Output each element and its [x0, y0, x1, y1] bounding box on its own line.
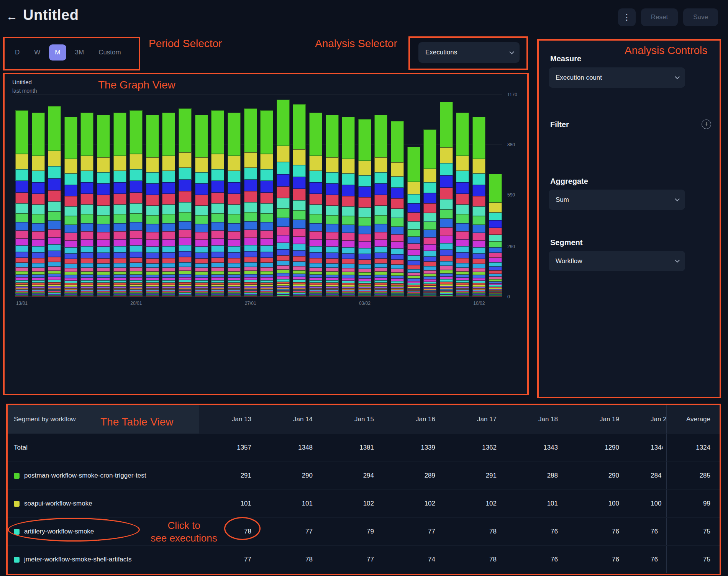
bar-segment-other-13[interactable] — [489, 270, 502, 274]
bar-segment-other-14[interactable] — [97, 263, 110, 268]
bar-segment-other-12[interactable] — [244, 251, 257, 257]
bar-segment-other-15[interactable] — [456, 268, 469, 272]
bar-segment-other-30[interactable] — [293, 296, 306, 297]
value-cell[interactable]: 290 — [567, 462, 628, 489]
bar-segment-other-16[interactable] — [472, 272, 485, 275]
bar-segment-other-16[interactable] — [423, 274, 436, 277]
value-cell[interactable]: 100 — [567, 490, 628, 517]
bar-segment-soapui-workflow-smoke[interactable] — [391, 162, 404, 177]
bar-segment-other-14[interactable] — [326, 263, 339, 268]
bar-segment-other-9[interactable] — [97, 232, 110, 240]
bar-segment-other-6[interactable] — [228, 205, 241, 214]
value-cell[interactable]: 291 — [444, 462, 506, 489]
bar-segment-other-9[interactable] — [277, 227, 290, 235]
value-cell[interactable]: 1343 — [506, 434, 567, 461]
table-row-artillery-workflow-smoke[interactable]: artillery-workflow-smoke7877797778767676… — [8, 517, 720, 545]
bar-segment-other-16[interactable] — [342, 272, 355, 275]
bar-segment-other-17[interactable] — [179, 274, 192, 277]
bar-segment-other-8[interactable] — [146, 224, 159, 232]
bar-segment-other-12[interactable] — [407, 260, 420, 265]
bar-segment-other-11[interactable] — [472, 247, 485, 254]
bar-segment-other-13[interactable] — [64, 259, 77, 264]
bar-segment-other-16[interactable] — [162, 272, 175, 275]
bar-segment-other-13[interactable] — [407, 265, 420, 269]
bar-segment-other-9[interactable] — [423, 237, 436, 244]
bar-segment-other-11[interactable] — [342, 247, 355, 254]
bar-segment-other-10[interactable] — [277, 235, 290, 243]
bar-segment-other-5[interactable] — [342, 196, 355, 206]
bar-segment-other-10[interactable] — [228, 239, 241, 246]
bar-segment-other-16[interactable] — [15, 271, 28, 275]
bar-segment-other-11[interactable] — [162, 246, 175, 252]
bar-segment-jmeter-workflow-smoke-shell-artifacts[interactable] — [309, 182, 322, 194]
bar-segment-other-12[interactable] — [391, 254, 404, 260]
bar-segment-jmeter-workflow-smoke-shell-artifacts[interactable] — [130, 181, 143, 192]
bar-segment-other-10[interactable] — [391, 242, 404, 248]
bar-segment-other-14[interactable] — [179, 262, 192, 267]
bar-segment-other-11[interactable] — [32, 246, 45, 252]
bar-segment-other-13[interactable] — [472, 259, 485, 264]
bar-segment-other-14[interactable] — [162, 263, 175, 268]
bar-segment-other-30[interactable] — [146, 296, 159, 297]
value-cell[interactable]: 78 — [444, 546, 506, 573]
bar-segment-artillery-workflow-smoke[interactable] — [472, 173, 485, 185]
bar-segment-other-17[interactable] — [211, 275, 224, 278]
bar-segment-other-12[interactable] — [179, 251, 192, 257]
bar-segment-other-5[interactable] — [228, 194, 241, 205]
bar-segment-other-18[interactable] — [358, 278, 371, 281]
bar-segment-other-9[interactable] — [309, 231, 322, 239]
value-cell[interactable]: 78 — [444, 518, 506, 545]
bar-segment-jmeter-workflow-smoke-shell-artifacts[interactable] — [15, 181, 28, 192]
bar-segment-other-15[interactable] — [228, 268, 241, 272]
bar-segment-other-16[interactable] — [113, 272, 126, 275]
bar-segment-other-9[interactable] — [162, 231, 175, 239]
period-option-m[interactable]: M — [49, 44, 66, 61]
bar-segment-other-15[interactable] — [48, 267, 61, 270]
bar-segment-jmeter-workflow-smoke-shell-artifacts[interactable] — [162, 182, 175, 194]
bar-segment-artillery-workflow-smoke[interactable] — [162, 171, 175, 182]
bar-segment-other-5[interactable] — [48, 190, 61, 201]
analysis-selector-dropdown[interactable]: Executions — [418, 42, 520, 63]
bar-segment-postman-workflow-smoke-cron-trigger-test[interactable] — [32, 113, 45, 156]
chart-bar[interactable] — [326, 115, 339, 297]
bar-segment-other-9[interactable] — [326, 232, 339, 240]
bar-segment-other-11[interactable] — [277, 243, 290, 249]
chart-bar[interactable] — [97, 115, 110, 297]
row-label-cell[interactable]: artillery-workflow-smoke — [8, 518, 199, 545]
value-cell[interactable]: 1290 — [567, 434, 628, 461]
bar-segment-other-10[interactable] — [15, 239, 28, 246]
bar-segment-other-12[interactable] — [342, 254, 355, 259]
bar-segment-other-13[interactable] — [97, 259, 110, 263]
bar-segment-other-5[interactable] — [293, 189, 306, 200]
chart-bar[interactable] — [472, 117, 485, 297]
bar-segment-other-14[interactable] — [146, 263, 159, 268]
bar-segment-other-5[interactable] — [162, 194, 175, 205]
bar-segment-other-6[interactable] — [97, 206, 110, 215]
bar-segment-other-12[interactable] — [489, 267, 502, 270]
bar-segment-artillery-workflow-smoke[interactable] — [179, 168, 192, 180]
bar-segment-other-30[interactable] — [326, 296, 339, 297]
row-label-cell[interactable]: postman-workflow-smoke-cron-trigger-test — [8, 462, 199, 489]
bar-segment-other-8[interactable] — [456, 223, 469, 232]
bar-segment-other-12[interactable] — [423, 257, 436, 262]
bar-segment-other-7[interactable] — [113, 214, 126, 223]
value-cell[interactable]: 102 — [444, 490, 506, 517]
bar-segment-other-11[interactable] — [440, 243, 453, 250]
bar-segment-other-18[interactable] — [32, 278, 45, 280]
bar-segment-other-13[interactable] — [48, 257, 61, 262]
chart-bar[interactable] — [440, 102, 453, 297]
bar-segment-soapui-workflow-smoke[interactable] — [374, 157, 387, 172]
bar-segment-other-5[interactable] — [130, 193, 143, 203]
bar-segment-postman-workflow-smoke-cron-trigger-test[interactable] — [472, 117, 485, 159]
bar-segment-other-10[interactable] — [179, 238, 192, 245]
bar-segment-other-8[interactable] — [97, 224, 110, 232]
bar-segment-other-13[interactable] — [179, 257, 192, 262]
bar-segment-other-12[interactable] — [358, 254, 371, 259]
bar-segment-other-9[interactable] — [358, 234, 371, 242]
bar-segment-other-17[interactable] — [456, 275, 469, 278]
bar-segment-other-17[interactable] — [342, 275, 355, 278]
bar-segment-other-8[interactable] — [391, 227, 404, 235]
bar-segment-other-11[interactable] — [80, 246, 93, 252]
bar-segment-other-18[interactable] — [179, 277, 192, 280]
bar-segment-other-7[interactable] — [277, 208, 290, 218]
